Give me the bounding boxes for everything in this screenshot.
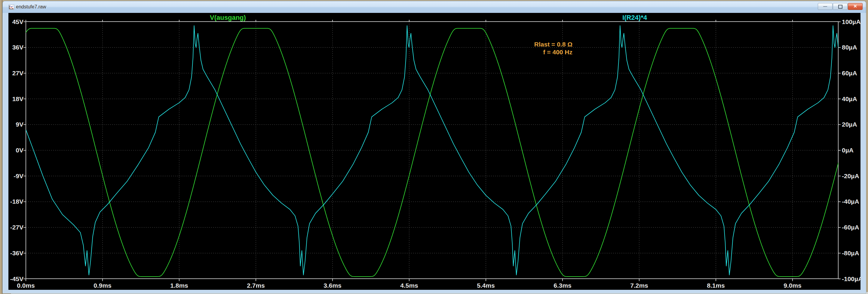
y-axis-right-label: -60µA (842, 224, 859, 231)
y-axis-right-label: 20µA (842, 121, 857, 128)
waveform-plot (8, 13, 861, 290)
y-axis-right-label: 0µA (842, 147, 854, 154)
x-axis-label: 0.9ms (89, 282, 116, 289)
x-axis-label: 2.7ms (242, 282, 269, 289)
x-axis-label: 4.5ms (396, 282, 423, 289)
x-axis-label: 8.1ms (702, 282, 730, 289)
legend-i-r24[interactable]: I(R24)*4 (611, 14, 659, 22)
window-title: endstufe7.raw (16, 4, 46, 10)
x-axis-label: 5.4ms (472, 282, 499, 289)
y-axis-left-label: -27V (8, 224, 24, 231)
y-axis-right-label: -80µA (842, 250, 859, 257)
annotation-text: Rlast = 0.8 Ωf = 400 Hz (473, 40, 572, 56)
x-axis-label: 9.0ms (779, 282, 806, 289)
y-axis-left-label: 9V (8, 121, 24, 128)
maximize-button[interactable] (833, 3, 847, 10)
y-axis-left-label: 36V (8, 44, 24, 51)
y-axis-right-label: 40µA (842, 96, 857, 103)
close-button[interactable]: ✕ (848, 3, 863, 10)
annotation-line-freq: f = 400 Hz (543, 48, 572, 56)
y-axis-right-label: 60µA (842, 70, 857, 77)
plot-area[interactable]: V(ausgang) I(R24)*4 Rlast = 0.8 Ωf = 400… (8, 13, 861, 290)
close-icon: ✕ (853, 4, 857, 9)
y-axis-right-label: 80µA (842, 44, 857, 51)
y-axis-left-label: 45V (8, 18, 24, 26)
y-axis-right-label: -40µA (842, 198, 859, 205)
x-axis-label: 7.2ms (626, 282, 653, 289)
y-axis-right-label: -100µA (842, 275, 861, 283)
x-axis-label: 6.3ms (549, 282, 576, 289)
y-axis-left-label: 0V (8, 147, 24, 154)
y-axis-right-label: 100µA (842, 18, 861, 26)
y-axis-left-label: -18V (8, 198, 24, 205)
y-axis-left-label: 18V (8, 96, 24, 103)
minimize-button[interactable]: — (818, 3, 833, 10)
screen: { "window": { "title": "endstufe7.raw", … (0, 0, 868, 294)
title-bar[interactable]: endstufe7.raw — ✕ (3, 1, 866, 13)
legend-v-ausgang[interactable]: V(ausgang) (201, 14, 255, 22)
waveform-viewer-window: endstufe7.raw — ✕ V(ausgang) I(R24)*4 Rl… (2, 1, 866, 293)
waveform-app-icon (9, 4, 14, 10)
y-axis-left-label: -45V (8, 275, 24, 283)
y-axis-left-label: 27V (8, 70, 24, 77)
x-axis-label: 3.6ms (319, 282, 346, 289)
minimize-icon: — (823, 4, 827, 8)
annotation-line-rlast: Rlast = 0.8 Ω (534, 41, 572, 48)
x-axis-label: 0.0ms (12, 282, 39, 289)
y-axis-left-label: -9V (8, 173, 24, 180)
y-axis-right-label: -20µA (842, 173, 859, 180)
x-axis-label: 1.8ms (166, 282, 193, 289)
maximize-icon (838, 5, 842, 9)
y-axis-left-label: -36V (8, 250, 24, 257)
